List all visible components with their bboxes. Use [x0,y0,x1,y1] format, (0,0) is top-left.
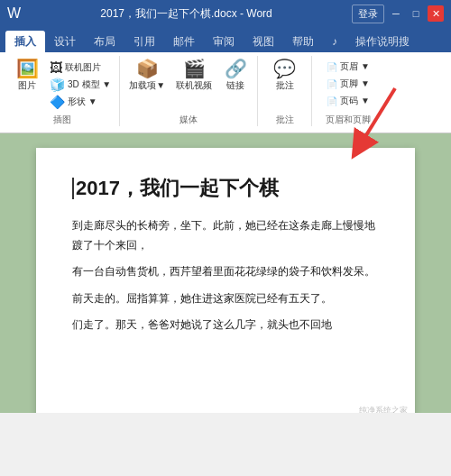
group-label-hf: 页眉和页脚 [312,114,384,126]
ribbon-group-media: 📦 加载项▼ 🎬 联机视频 🔗 链接 媒体 [120,56,258,126]
3d-model-icon: 🧊 [50,78,65,92]
tab-help[interactable]: 帮助 [283,31,323,52]
footer-icon: 📄 [327,79,337,89]
tab-search[interactable]: 操作说明搜 [346,31,419,52]
paragraph-2[interactable]: 有一台自动售货机，西芹望着里面花花绿绿的袋子和饮料发呆。 [72,262,379,282]
group-label-comments: 批注 [258,114,311,126]
paragraph-3[interactable]: 前天走的。屈指算算，她住进这家医院已经有五天了。 [72,289,379,309]
paragraph-4[interactable]: 们走了。那天，爸爸对她说了这么几字，就头也不回地 [72,316,379,335]
ribbon-item-picture[interactable]: 🖼️ 图片 [11,58,43,94]
tab-insert[interactable]: 插入 [5,31,45,52]
picture-icon: 🖼️ [16,60,39,78]
document-title: 2017，我们一起下个棋 [72,175,379,202]
ribbon-group-illustrations: 🖼️ 图片 🖼 联机图片 🧊 3D 模型 ▼ 🔷 形状 ▼ 插图 [5,56,120,126]
watermark: 纯净系统之家ywjsy.com [359,405,408,413]
title-bar: W 2017，我们一起下个棋.docx - Word 登录 ─ □ ✕ [0,0,451,27]
minimize-button[interactable]: ─ [388,5,404,22]
window-title: 2017，我们一起下个棋.docx - Word [21,6,352,22]
shapes-icon: 🔷 [50,95,65,109]
online-video-icon: 🎬 [183,60,206,78]
ribbon-item-link[interactable]: 🔗 链接 [219,58,252,94]
ribbon-hf-items: 📄 页眉 ▼ 📄 页脚 ▼ 📄 页码 ▼ [324,56,373,108]
ribbon-item-comment[interactable]: 💬 批注 [269,58,301,94]
ribbon-group-comments: 💬 批注 批注 [258,56,312,126]
tab-review[interactable]: 审阅 [204,31,244,52]
ribbon-item-footer[interactable]: 📄 页脚 ▼ [324,77,373,91]
link-icon: 🔗 [225,60,247,78]
ribbon-group-header-footer: 📄 页眉 ▼ 📄 页脚 ▼ 📄 页码 ▼ 页眉和页脚 [312,56,384,126]
group-label-illustrations: 插图 [5,114,119,126]
ribbon-item-page-number[interactable]: 📄 页码 ▼ [324,94,373,108]
header-icon: 📄 [327,62,337,72]
maximize-button[interactable]: □ [408,5,424,22]
close-button[interactable]: ✕ [428,5,444,22]
tab-view[interactable]: 视图 [244,31,283,52]
tab-references[interactable]: 引用 [124,31,164,52]
text-cursor [72,178,74,199]
group-label-media: 媒体 [120,114,257,126]
document-page: 2017，我们一起下个棋 到走廊尽头的长椅旁，坐下。此前，她已经在这条走廊上慢慢… [36,148,415,413]
paragraph-1[interactable]: 到走廊尽头的长椅旁，坐下。此前，她已经在这条走廊上慢慢地踱了十个来回， [72,216,379,255]
addins-icon: 📦 [136,60,159,78]
tab-design[interactable]: 设计 [45,31,85,52]
ribbon-item-addins[interactable]: 📦 加载项▼ [125,58,169,94]
comment-icon: 💬 [273,60,296,78]
ribbon-tabs: 插入 设计 布局 引用 邮件 审阅 视图 帮助 ♪ 操作说明搜 [0,27,451,52]
ribbon: 🖼️ 图片 🖼 联机图片 🧊 3D 模型 ▼ 🔷 形状 ▼ 插图 [0,52,451,133]
ribbon-item-shapes[interactable]: 🔷 形状 ▼ [47,94,114,110]
tab-layout[interactable]: 布局 [85,31,124,52]
document-area: 2017，我们一起下个棋 到走廊尽头的长椅旁，坐下。此前，她已经在这条走廊上慢慢… [0,133,451,413]
ribbon-item-online-pic[interactable]: 🖼 联机图片 [47,60,114,76]
ribbon-item-online-video[interactable]: 🎬 联机视频 [172,58,216,94]
ribbon-item-header[interactable]: 📄 页眉 ▼ [324,60,373,74]
tab-music[interactable]: ♪ [323,31,346,52]
word-icon: W [7,5,21,22]
login-button[interactable]: 登录 [352,5,384,23]
page-number-icon: 📄 [327,96,337,106]
ribbon-column-small: 🖼 联机图片 🧊 3D 模型 ▼ 🔷 形状 ▼ [47,58,114,110]
online-pic-icon: 🖼 [50,60,62,75]
tab-mailings[interactable]: 邮件 [164,31,204,52]
ribbon-item-3d[interactable]: 🧊 3D 模型 ▼ [47,77,114,93]
